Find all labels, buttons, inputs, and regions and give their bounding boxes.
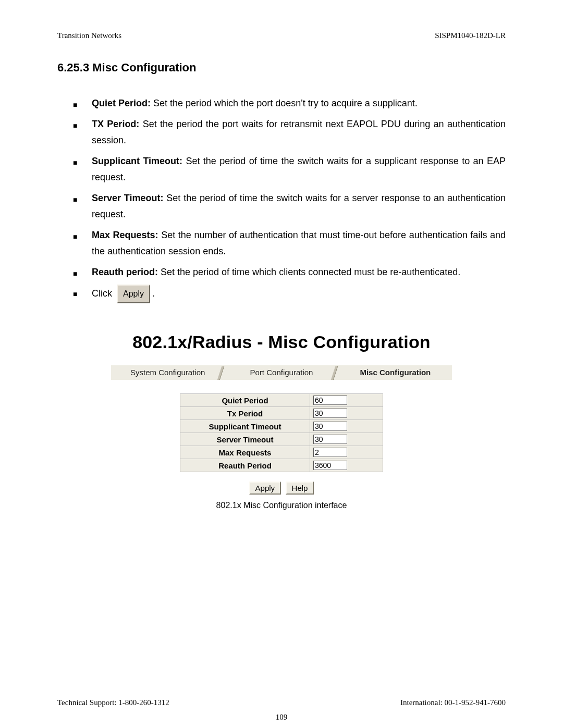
page: Transition Networks SISPM1040-182D-LR 6.…: [0, 0, 563, 728]
tab-port-configuration[interactable]: Port Configuration: [225, 365, 338, 380]
tab-divider-icon: [334, 366, 338, 380]
tab-misc-configuration[interactable]: Misc Configuration: [338, 365, 452, 380]
tab-label: System Configuration: [130, 368, 205, 377]
tab-system-configuration[interactable]: System Configuration: [111, 365, 225, 380]
bullet-item: ■ TX Period: Set the period the port wai…: [73, 116, 506, 149]
bullet-item: ■ Max Requests: Set the number of authen…: [73, 227, 506, 260]
header-right: SISPM1040-182D-LR: [435, 31, 506, 40]
bullet-marker-icon: ■: [73, 190, 92, 223]
bullet-item: ■ Supplicant Timeout: Set the period of …: [73, 153, 506, 186]
apply-button-inline[interactable]: Apply: [117, 285, 150, 303]
bullet-rest: Set the period of time which clients con…: [158, 267, 460, 277]
table-row: Quiet Period: [180, 394, 383, 407]
figure-title: 802.1x/Radius - Misc Configuration: [57, 332, 506, 352]
bullet-text: TX Period: Set the period the port waits…: [92, 116, 506, 149]
bullet-marker-icon: ■: [73, 285, 92, 303]
tab-bar: System Configuration Port Configuration …: [111, 365, 452, 380]
bullet-marker-icon: ■: [73, 116, 92, 149]
config-table: Quiet Period Tx Period Supplicant Timeou…: [180, 393, 383, 472]
tab-label: Misc Configuration: [360, 368, 431, 377]
bullet-text: Click Apply.: [92, 285, 506, 303]
bullet-bold: Supplicant Timeout:: [92, 156, 182, 166]
bullet-bold: TX Period:: [92, 119, 139, 129]
figure: 802.1x/Radius - Misc Configuration Syste…: [57, 332, 506, 510]
bullet-marker-icon: ■: [73, 227, 92, 260]
click-prefix: Click: [92, 288, 115, 299]
table-row: Reauth Period: [180, 459, 383, 472]
row-label: Quiet Period: [180, 394, 310, 407]
quiet-period-input[interactable]: [313, 396, 347, 405]
row-label: Max Requests: [180, 446, 310, 459]
reauth-period-input[interactable]: [313, 461, 347, 470]
table-row: Max Requests: [180, 446, 383, 459]
bullet-text: Server Timeout: Set the period of time t…: [92, 190, 506, 223]
server-timeout-input[interactable]: [313, 435, 347, 444]
help-button[interactable]: Help: [286, 482, 314, 495]
click-suffix: .: [152, 288, 155, 299]
bullet-list: ■ Quiet Period: Set the period which the…: [57, 95, 506, 303]
footer-right: International: 00-1-952-941-7600: [400, 698, 506, 707]
bullet-marker-icon: ■: [73, 153, 92, 186]
bullet-text: Max Requests: Set the number of authenti…: [92, 227, 506, 260]
row-label: Reauth Period: [180, 459, 310, 472]
page-footer: Technical Support: 1-800-260-1312 Intern…: [57, 698, 506, 707]
footer-left: Technical Support: 1-800-260-1312: [57, 698, 169, 707]
tab-divider-icon: [448, 366, 452, 380]
bullet-bold: Server Timeout:: [92, 193, 164, 203]
table-row: Server Timeout: [180, 433, 383, 446]
tab-divider-icon: [221, 366, 225, 380]
row-label: Tx Period: [180, 407, 310, 420]
row-label: Supplicant Timeout: [180, 420, 310, 433]
tab-label: Port Configuration: [250, 368, 313, 377]
header-left: Transition Networks: [57, 31, 121, 40]
supplicant-timeout-input[interactable]: [313, 422, 347, 431]
figure-caption: 802.1x Misc Configuration interface: [57, 501, 506, 510]
bullet-bold: Reauth period:: [92, 267, 158, 277]
page-header: Transition Networks SISPM1040-182D-LR: [57, 31, 506, 40]
apply-button[interactable]: Apply: [249, 482, 282, 495]
bullet-text: Quiet Period: Set the period which the p…: [92, 95, 506, 112]
bullet-item: ■ Server Timeout: Set the period of time…: [73, 190, 506, 223]
row-label: Server Timeout: [180, 433, 310, 446]
bullet-marker-icon: ■: [73, 95, 92, 112]
bullet-bold: Max Requests:: [92, 230, 158, 240]
bullet-item: ■ Click Apply.: [73, 285, 506, 303]
bullet-text: Reauth period: Set the period of time wh…: [92, 264, 506, 281]
table-row: Supplicant Timeout: [180, 420, 383, 433]
bullet-text: Supplicant Timeout: Set the period of ti…: [92, 153, 506, 186]
bullet-rest: Set the period which the port doesn't tr…: [151, 98, 418, 108]
bullet-item: ■ Reauth period: Set the period of time …: [73, 264, 506, 281]
page-number: 109: [0, 713, 563, 722]
tx-period-input[interactable]: [313, 409, 347, 418]
table-row: Tx Period: [180, 407, 383, 420]
max-requests-input[interactable]: [313, 448, 347, 457]
bullet-marker-icon: ■: [73, 264, 92, 281]
bullet-rest: Set the period the port waits for retran…: [92, 119, 506, 146]
bullet-bold: Quiet Period:: [92, 98, 151, 108]
section-heading: 6.25.3 Misc Configuration: [57, 61, 506, 75]
action-row: Apply Help: [57, 482, 506, 495]
bullet-item: ■ Quiet Period: Set the period which the…: [73, 95, 506, 112]
